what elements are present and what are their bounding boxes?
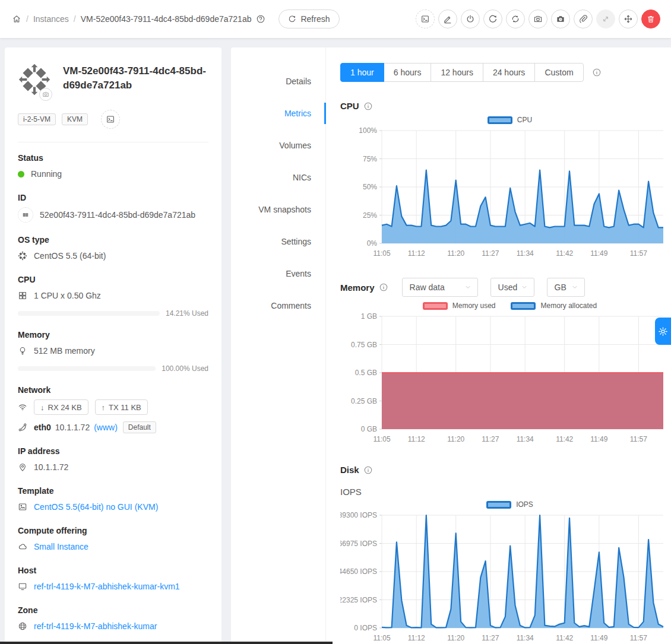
field-label: ID bbox=[18, 193, 208, 202]
svg-text:11:20: 11:20 bbox=[447, 435, 464, 443]
svg-text:11:57: 11:57 bbox=[630, 634, 647, 642]
field-value[interactable]: ref-trl-4119-k-M7-abhishek-kumar-kvm1 bbox=[34, 582, 180, 591]
field-label: Zone bbox=[18, 605, 208, 615]
terminal-icon bbox=[106, 115, 115, 124]
field-value[interactable]: Small Instance bbox=[34, 542, 88, 551]
cpu-icon bbox=[18, 291, 27, 300]
svg-text:11:27: 11:27 bbox=[482, 435, 499, 443]
svg-text:25%: 25% bbox=[363, 211, 377, 220]
svg-text:11:42: 11:42 bbox=[556, 435, 573, 443]
breadcrumb-separator: / bbox=[26, 14, 29, 24]
svg-text:11:12: 11:12 bbox=[408, 435, 425, 443]
info-icon[interactable] bbox=[592, 68, 602, 77]
cpu-legend: CPU bbox=[340, 113, 671, 126]
camera-clock-icon bbox=[556, 14, 565, 24]
tab-volumes[interactable]: Volumes bbox=[231, 129, 325, 161]
range-custom[interactable]: Custom bbox=[534, 63, 583, 82]
tab-comments[interactable]: Comments bbox=[231, 290, 325, 322]
network-link[interactable]: (www) bbox=[94, 423, 118, 432]
info-field: ID52e00f43-7911-4dc4-85bd-d69de7a721ab bbox=[18, 193, 208, 223]
usage-label: 100.00% Used bbox=[162, 364, 208, 373]
svg-text:0.25 GB: 0.25 GB bbox=[351, 397, 377, 405]
status-dot bbox=[18, 171, 24, 177]
legend-item[interactable]: IOPS bbox=[486, 500, 533, 509]
info-field: Network↓RX 24 KB↑TX 11 KBeth010.1.1.72(w… bbox=[18, 385, 208, 434]
info-field: Compute offeringSmall Instance bbox=[18, 526, 208, 553]
range-1-hour[interactable]: 1 hour bbox=[340, 63, 384, 82]
svg-text:11:34: 11:34 bbox=[517, 435, 534, 443]
reinstall-instance-button[interactable] bbox=[506, 9, 525, 28]
globe-icon bbox=[18, 621, 27, 631]
view-console-button[interactable] bbox=[416, 9, 435, 28]
refresh-icon bbox=[288, 15, 296, 23]
tab-nics[interactable]: NICs bbox=[231, 161, 325, 193]
stop-instance-button[interactable] bbox=[461, 9, 480, 28]
console-button[interactable] bbox=[101, 110, 120, 129]
info-field: TemplateCentOS 5.5(64-bit) no GUI (KVM) bbox=[18, 486, 208, 513]
legend-label: IOPS bbox=[516, 500, 533, 509]
home-icon[interactable] bbox=[12, 14, 21, 24]
svg-text:11:05: 11:05 bbox=[373, 634, 390, 642]
destroy-instance-button[interactable] bbox=[641, 9, 660, 28]
legend-item[interactable]: Memory allocated bbox=[511, 302, 597, 310]
camera-badge-icon[interactable] bbox=[39, 88, 52, 101]
range-6-hours[interactable]: 6 hours bbox=[384, 63, 432, 82]
chevron-down-icon bbox=[571, 284, 578, 291]
info-field: Hostref-trl-4119-k-M7-abhishek-kumar-kvm… bbox=[18, 566, 208, 593]
take-snapshot-button[interactable] bbox=[528, 9, 547, 28]
cloud-icon bbox=[18, 542, 27, 551]
expand-icon bbox=[601, 14, 610, 24]
field-label: Network bbox=[18, 385, 208, 395]
svg-text:11:20: 11:20 bbox=[447, 249, 464, 258]
reboot-instance-button[interactable] bbox=[483, 9, 502, 28]
arrow-down-icon: ↓ bbox=[40, 403, 45, 412]
memory-unit-select[interactable]: GB bbox=[547, 278, 585, 297]
range-12-hours[interactable]: 12 hours bbox=[431, 63, 483, 82]
svg-text:0 GB: 0 GB bbox=[361, 425, 377, 433]
tab-details[interactable]: Details bbox=[231, 65, 325, 97]
tx-button[interactable]: ↑TX 11 KB bbox=[95, 399, 148, 415]
range-24-hours[interactable]: 24 hours bbox=[483, 63, 535, 82]
svg-text:11:27: 11:27 bbox=[482, 634, 499, 642]
info-icon[interactable] bbox=[363, 465, 373, 475]
disk-title: Disk bbox=[340, 465, 359, 475]
info-icon[interactable] bbox=[379, 283, 388, 292]
tab-vm-snapshots[interactable]: VM snapshots bbox=[231, 193, 325, 226]
field-label: Host bbox=[18, 566, 208, 575]
edit-button[interactable] bbox=[438, 9, 457, 28]
tab-events[interactable]: Events bbox=[231, 258, 325, 290]
help-icon[interactable] bbox=[256, 14, 265, 24]
usage-label: 14.21% Used bbox=[166, 309, 208, 318]
tab-settings[interactable]: Settings bbox=[231, 226, 325, 258]
rx-button[interactable]: ↓RX 24 KB bbox=[34, 399, 88, 415]
chevron-down-icon bbox=[521, 284, 528, 291]
svg-text:100%: 100% bbox=[359, 126, 377, 135]
field-value[interactable]: ref-trl-4119-k-M7-abhishek-kumar bbox=[34, 621, 157, 631]
disk-section: Disk IOPS IOPS 0 IOPS22325 IOPS44650 IOP… bbox=[340, 465, 671, 644]
info-field: Zoneref-trl-4119-k-M7-abhishek-kumar bbox=[18, 605, 208, 633]
arrow-up-icon: ↑ bbox=[102, 403, 106, 412]
field-value[interactable]: CentOS 5.5(64-bit) no GUI (KVM) bbox=[34, 502, 158, 512]
memory-metric-select[interactable]: Used bbox=[490, 278, 534, 297]
migrate-instance-button[interactable] bbox=[619, 9, 638, 28]
info-icon[interactable] bbox=[363, 101, 373, 111]
breadcrumb-instances[interactable]: Instances bbox=[33, 14, 69, 24]
svg-text:11:49: 11:49 bbox=[590, 249, 607, 258]
usage-progress: 14.21% Used bbox=[18, 309, 208, 318]
monitor-icon bbox=[18, 582, 27, 591]
svg-text:89300 IOPS: 89300 IOPS bbox=[340, 511, 377, 519]
recurring-snapshot-button[interactable] bbox=[551, 9, 570, 28]
settings-fab[interactable] bbox=[655, 318, 671, 345]
attach-iso-button[interactable] bbox=[574, 9, 593, 28]
field-label: CPU bbox=[18, 275, 208, 284]
refresh-button[interactable]: Refresh bbox=[278, 9, 339, 28]
tab-metrics[interactable]: Metrics bbox=[231, 97, 325, 129]
legend-item[interactable]: Memory used bbox=[423, 302, 496, 310]
legend-item[interactable]: CPU bbox=[488, 116, 532, 124]
svg-text:11:12: 11:12 bbox=[408, 249, 425, 258]
scale-instance-button[interactable] bbox=[596, 9, 615, 28]
field-value: 10.1.1.72 bbox=[34, 462, 68, 472]
svg-text:11:57: 11:57 bbox=[630, 435, 647, 443]
legend-label: Memory allocated bbox=[540, 302, 597, 310]
memory-source-select[interactable]: Raw data bbox=[402, 278, 478, 297]
